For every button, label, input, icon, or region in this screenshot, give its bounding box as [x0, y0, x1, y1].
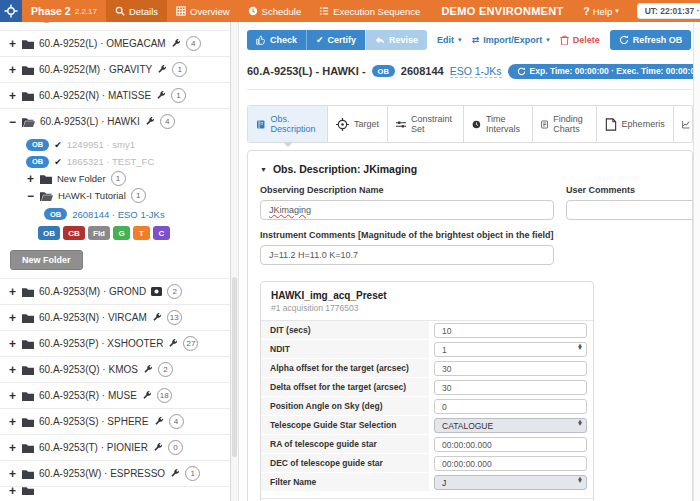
dit-input[interactable]: 10 [434, 323, 587, 338]
certify-button[interactable]: ✔ Certify [306, 30, 365, 50]
folder-icon [22, 417, 34, 427]
folder-row-hawki-tutorial[interactable]: − HAWK-I Tutorial 1 [0, 187, 230, 204]
execution-time-pill[interactable]: Exp. Time: 00:00:00 · Exec. Time: 00:00:… [508, 64, 700, 79]
expand-icon[interactable]: + [8, 285, 17, 299]
eso-logo[interactable] [0, 0, 22, 22]
folder-label: HAWK-I Tutorial [58, 190, 126, 201]
clock-icon [472, 118, 481, 131]
count-badge: 13 [167, 310, 182, 325]
check-button[interactable]: Check [247, 30, 306, 50]
wrench-icon [168, 339, 178, 349]
expand-icon[interactable]: + [8, 22, 17, 23]
badge-g[interactable]: G [113, 226, 130, 240]
nav-item-execution-sequence[interactable]: Execution Sequence [310, 0, 429, 22]
tree-row-hawki[interactable]: − 60.A-9253(L) · HAWKI 4 [0, 108, 230, 134]
badge-fld[interactable]: Fld [88, 226, 110, 240]
tab-obs-description[interactable]: Obs. Description [248, 106, 328, 142]
expand-icon[interactable]: + [8, 441, 17, 455]
tab-constraint-set[interactable]: Constraint Set [388, 106, 464, 142]
tree-row-vircam[interactable]: + 60.A-9253(N) · VIRCAM 13 [0, 304, 230, 330]
tree-row-gravity[interactable]: + 60.A-9252(M) · GRAVITY 1 [0, 56, 230, 82]
edit-label: Edit [437, 35, 454, 45]
tree-row-muse[interactable]: + 60.A-9253(R) · MUSE 18 [0, 382, 230, 408]
tree-row-clipped[interactable]: + [0, 22, 230, 30]
window-scrollbar[interactable] [693, 22, 700, 501]
user-comments-input[interactable] [566, 200, 693, 220]
nav-item-label: Execution Sequence [333, 6, 420, 17]
tree-row-omegacam[interactable]: + 60.A-9252(L) · OMEGACAM 4 [0, 30, 230, 56]
count-badge: 1 [185, 466, 200, 481]
top-navbar: Phase 2 2.2.17 Details Overview Schedule… [0, 0, 700, 22]
tree-row-clipped-bottom[interactable]: + [0, 486, 230, 495]
number-stepper[interactable]: ▲▼ [577, 344, 583, 351]
expand-icon[interactable]: + [8, 63, 17, 77]
folder-row-new-folder[interactable]: + New Folder 1 [0, 170, 230, 187]
tree-row-espresso[interactable]: + 60.A-9253(W) · ESPRESSO 1 [0, 460, 230, 486]
filter-name-select[interactable]: J ▲▼ [434, 475, 587, 490]
count-badge: 2 [158, 362, 173, 377]
nav-item-overview[interactable]: Overview [167, 0, 239, 22]
expand-icon[interactable]: + [26, 172, 35, 186]
refresh-ob-button[interactable]: Refresh OB [610, 30, 692, 50]
badge-t[interactable]: T [133, 226, 150, 240]
expand-icon[interactable]: + [8, 337, 17, 351]
ob-label: 1865321 · TEST_FC [67, 156, 154, 167]
edit-menu-button[interactable]: Edit ▾ [437, 35, 462, 45]
tree-row-grond[interactable]: + 60.A-9253(M) · GROND 2 [0, 278, 230, 304]
alpha-offset-input[interactable]: 30 [434, 361, 587, 376]
tree-row-sphere[interactable]: + 60.A-9253(S) · SPHERE 4 [0, 408, 230, 434]
delete-ob-button[interactable]: Delete [560, 35, 600, 45]
ob-row-2608144-selected[interactable]: OB 2608144 · ESO 1-JKs [0, 204, 230, 224]
nav-item-schedule[interactable]: Schedule [239, 0, 311, 22]
new-folder-button[interactable]: New Folder [10, 250, 83, 270]
app-brand[interactable]: Phase 2 2.2.17 [22, 0, 106, 22]
ob-name-link[interactable]: ESO 1-JKs [450, 65, 502, 78]
observing-description-name-input[interactable]: JKimaging [260, 200, 554, 220]
nav-item-details[interactable]: Details [106, 0, 167, 22]
demo-environment-label: DEMO ENVIRONMENT [429, 0, 575, 22]
tab-ephemeris[interactable]: Ephemeris [597, 106, 674, 142]
dec-guide-star-input[interactable]: 00:00:00.000 [434, 456, 587, 471]
ob-label: 2608144 · ESO 1-JKs [72, 209, 164, 220]
badge-cb[interactable]: CB [63, 226, 85, 240]
tree-row-pionier[interactable]: + 60.A-9253(T) · PIONIER 0 [0, 434, 230, 460]
eso-logo-icon [4, 4, 18, 18]
guide-star-selection-select[interactable]: CATALOGUE ▲▼ [434, 418, 587, 433]
tab-time-intervals[interactable]: Time Intervals [464, 106, 533, 142]
collapse-icon[interactable]: − [8, 115, 17, 129]
count-badge: 1 [131, 188, 146, 203]
tab-target[interactable]: Target [328, 106, 388, 142]
instrument-comments-input[interactable]: J=11.2 H=11.0 K=10.7 [260, 245, 554, 265]
tree-row-xshooter[interactable]: + 60.A-9253(P) · XSHOOTER 27 [0, 330, 230, 356]
badge-ob[interactable]: OB [38, 226, 60, 240]
sidebar-scrollbar-thumb[interactable] [232, 277, 237, 457]
position-angle-input[interactable]: 0 [434, 399, 587, 414]
wrench-icon [171, 39, 181, 49]
help-label: Help [593, 6, 613, 17]
expand-icon[interactable]: + [8, 37, 17, 51]
sidebar-scrollbar[interactable] [231, 22, 239, 501]
expand-icon[interactable]: + [8, 415, 17, 429]
obs-description-section-header[interactable]: ▼ Obs. Description: JKimaging [260, 163, 680, 175]
tree-row-kmos[interactable]: + 60.A-9253(Q) · KMOS 2 [0, 356, 230, 382]
param-row-alpha-offset: Alpha offset for the target (arcsec) 30 [261, 359, 593, 378]
badge-c[interactable]: C [153, 226, 170, 240]
import-export-menu-button[interactable]: ⇄ Import/Export ▾ [472, 35, 550, 45]
expand-icon[interactable]: + [8, 89, 17, 103]
tree-row-matisse[interactable]: + 60.A-9252(N) · MATISSE 1 [0, 82, 230, 108]
delta-offset-input[interactable]: 30 [434, 380, 587, 395]
expand-icon[interactable]: + [8, 486, 17, 495]
ob-row-1865321[interactable]: OB ✔ 1865321 · TEST_FC [0, 153, 230, 170]
ra-guide-star-input[interactable]: 00:00:00.000 [434, 437, 587, 452]
help-menu[interactable]: ? Help ▾ [576, 0, 627, 22]
collapse-icon[interactable]: − [26, 189, 35, 203]
revise-button[interactable]: Revise [365, 30, 427, 50]
tab-finding-charts[interactable]: Finding Charts [533, 106, 597, 142]
expand-icon[interactable]: + [8, 311, 17, 325]
transfer-icon: ⇄ [472, 35, 480, 45]
expand-icon[interactable]: + [8, 389, 17, 403]
expand-icon[interactable]: + [8, 363, 17, 377]
ob-row-1249951[interactable]: OB ✔ 1249951 · smy1 [0, 136, 230, 153]
expand-icon[interactable]: + [8, 467, 17, 481]
ndit-input[interactable]: 1 ▲▼ [434, 342, 587, 357]
